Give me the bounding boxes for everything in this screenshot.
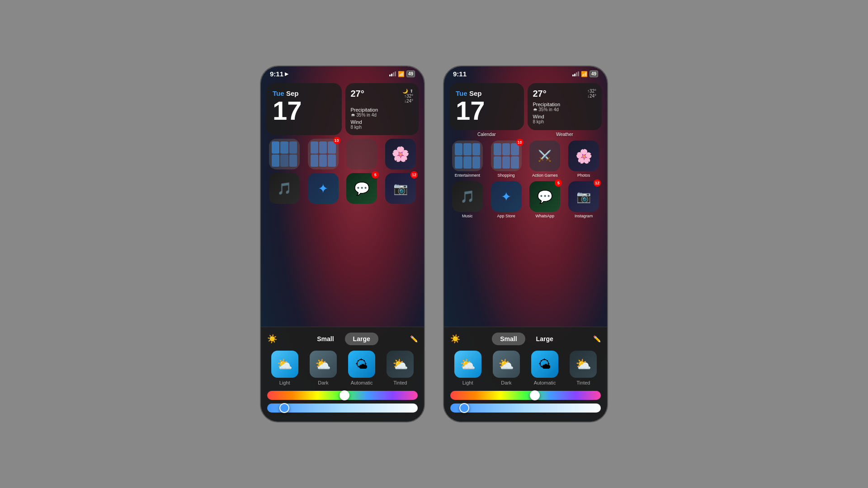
- app-whatsapp-left[interactable]: 💬 5: [344, 173, 380, 204]
- bottom-panel-left: ☀️ Small Large ✏️ ⛅ Light ⛅ Dark: [261, 327, 424, 422]
- left-phone: 9:11 ▶ 📶 49: [260, 66, 425, 422]
- appstore-label-right: App Store: [497, 214, 515, 218]
- calendar-widget-right: Tue Sep 17: [449, 83, 524, 130]
- app-instagram-left[interactable]: 📷 12: [382, 173, 419, 204]
- whatsapp-label-right: WhatsApp: [536, 214, 555, 218]
- app-instagram-right[interactable]: 📷 12 Instagram: [566, 181, 602, 218]
- style-auto-left[interactable]: 🌤 Automatic: [344, 351, 379, 385]
- sun-icon-right: ☀️: [450, 334, 460, 344]
- wifi-icon-right: 📶: [581, 71, 588, 77]
- tint-slider-right[interactable]: [450, 404, 601, 413]
- tint-slider-row-left: [267, 404, 418, 413]
- wind-label-left: Wind: [351, 119, 414, 125]
- moon-icon-left: 🌙: [402, 89, 408, 94]
- app-empty-left[interactable]: [344, 139, 380, 169]
- style-light-left[interactable]: ⛅ Light: [267, 351, 302, 385]
- shopping-label-right: Shopping: [498, 173, 515, 178]
- color-slider-right[interactable]: [450, 391, 601, 400]
- nav-icon-left: ⬆: [410, 89, 413, 94]
- photos-label-right: Photos: [577, 173, 590, 178]
- right-phone: 9:11 📶 49: [443, 66, 608, 422]
- style-light-label-left: Light: [279, 380, 290, 385]
- badge-whatsapp-right: 5: [555, 179, 562, 187]
- style-light-right[interactable]: ⛅ Light: [450, 351, 485, 385]
- tint-thumb-right[interactable]: [459, 403, 469, 413]
- status-icons-right: 📶 49: [572, 70, 598, 77]
- wind-val-left: 8 kph: [351, 125, 414, 130]
- color-slider-row-left: [267, 391, 418, 400]
- color-thumb-right[interactable]: [530, 390, 540, 400]
- badge-shopping-left: 10: [333, 137, 340, 144]
- precip-label-left: Precipitation: [351, 107, 414, 113]
- app-shopping-right[interactable]: 10 Shopping: [488, 141, 524, 178]
- app-entertainment-right[interactable]: Entertainment: [449, 141, 486, 178]
- tint-thumb-left[interactable]: [279, 403, 289, 413]
- widgets-row-left: Tue Sep 17 27° 🌙 ⬆: [266, 83, 419, 135]
- badge-shopping-right: 10: [516, 139, 524, 146]
- size-buttons-left: Small Large: [309, 333, 378, 345]
- instagram-label-right: Instagram: [575, 214, 593, 218]
- size-small-right[interactable]: Small: [492, 333, 525, 345]
- status-bar-left: 9:11 ▶ 📶 49: [261, 66, 424, 80]
- style-tinted-label-left: Tinted: [393, 380, 407, 385]
- size-large-left[interactable]: Large: [345, 333, 378, 345]
- style-auto-label-right: Automatic: [534, 380, 556, 385]
- style-options-right: ⛅ Light ⛅ Dark 🌤 Automatic ⛅ Tinted: [450, 351, 601, 385]
- signal-right: [572, 71, 579, 76]
- location-icon-left: ▶: [285, 71, 288, 76]
- size-small-left[interactable]: Small: [309, 333, 342, 345]
- badge-whatsapp-left: 5: [372, 171, 379, 178]
- precip-val-left: 🌧 35% in 4d: [351, 113, 414, 117]
- action-label-right: Action Games: [532, 173, 558, 178]
- weather-widget-right: 27° ↑32° ↓24° Precipitation 🌧 35% in 4d …: [528, 83, 602, 130]
- badge-instagram-left: 12: [410, 171, 418, 178]
- app-row1-right: Entertainment 10 Shopping: [449, 141, 602, 178]
- style-light-label-right: Light: [462, 380, 473, 385]
- entertainment-label-right: Entertainment: [455, 173, 480, 178]
- pencil-icon-right[interactable]: ✏️: [593, 335, 601, 343]
- battery-right: 49: [590, 70, 598, 77]
- style-tinted-left[interactable]: ⛅ Tinted: [383, 351, 418, 385]
- app-row1-left: 10 🌸: [266, 139, 419, 169]
- app-shopping-left[interactable]: 10: [305, 139, 341, 169]
- size-row-left: ☀️ Small Large ✏️: [267, 333, 418, 345]
- battery-left: 49: [406, 70, 415, 77]
- status-bar-right: 9:11 📶 49: [444, 66, 607, 80]
- app-photos-left[interactable]: 🌸: [382, 139, 419, 169]
- style-dark-right[interactable]: ⛅ Dark: [489, 351, 524, 385]
- app-row2-right: 🎵 Music ✦ App Store 💬 5 WhatsApp: [449, 181, 602, 218]
- app-photos-right[interactable]: 🌸 Photos: [566, 141, 602, 178]
- tint-slider-row-right: [450, 404, 601, 413]
- cal-label-right: Calendar: [477, 132, 496, 137]
- app-appstore-right[interactable]: ✦ App Store: [488, 181, 524, 218]
- time-left: 9:11: [270, 70, 283, 78]
- size-large-right[interactable]: Large: [528, 333, 561, 345]
- style-auto-label-left: Automatic: [351, 380, 373, 385]
- style-options-left: ⛅ Light ⛅ Dark 🌤 Automatic ⛅ Tinted: [267, 351, 418, 385]
- color-thumb-left[interactable]: [340, 390, 349, 400]
- color-slider-left[interactable]: [267, 391, 418, 400]
- app-action-right[interactable]: ⚔️ Action Games: [527, 141, 563, 178]
- size-row-right: ☀️ Small Large ✏️: [450, 333, 601, 345]
- status-icons-left: 📶 49: [389, 70, 415, 77]
- main-right: Tue Sep 17 Calendar 27° ↑32°: [444, 80, 607, 327]
- cal-date-left: 17: [273, 98, 335, 124]
- app-appstore-left[interactable]: ✦: [305, 173, 341, 204]
- pencil-icon-left[interactable]: ✏️: [410, 335, 418, 343]
- signal-left: [389, 71, 396, 76]
- style-tinted-label-right: Tinted: [576, 380, 590, 385]
- calendar-widget-left: Tue Sep 17: [266, 83, 342, 135]
- app-entertainment-left[interactable]: [266, 139, 302, 169]
- phones-container: 9:11 ▶ 📶 49: [260, 66, 608, 422]
- tint-slider-left[interactable]: [267, 404, 418, 413]
- style-auto-right[interactable]: 🌤 Automatic: [528, 351, 562, 385]
- badge-instagram-right: 12: [594, 179, 601, 187]
- style-dark-left[interactable]: ⛅ Dark: [306, 351, 340, 385]
- app-music-left[interactable]: 🎵: [266, 173, 302, 204]
- style-dark-label-right: Dark: [501, 380, 511, 385]
- style-tinted-right[interactable]: ⛅ Tinted: [566, 351, 601, 385]
- sun-icon-left: ☀️: [267, 334, 277, 344]
- weather-high-left: ↑32°: [402, 94, 413, 99]
- app-whatsapp-right[interactable]: 💬 5 WhatsApp: [527, 181, 563, 218]
- app-music-right[interactable]: 🎵 Music: [449, 181, 486, 218]
